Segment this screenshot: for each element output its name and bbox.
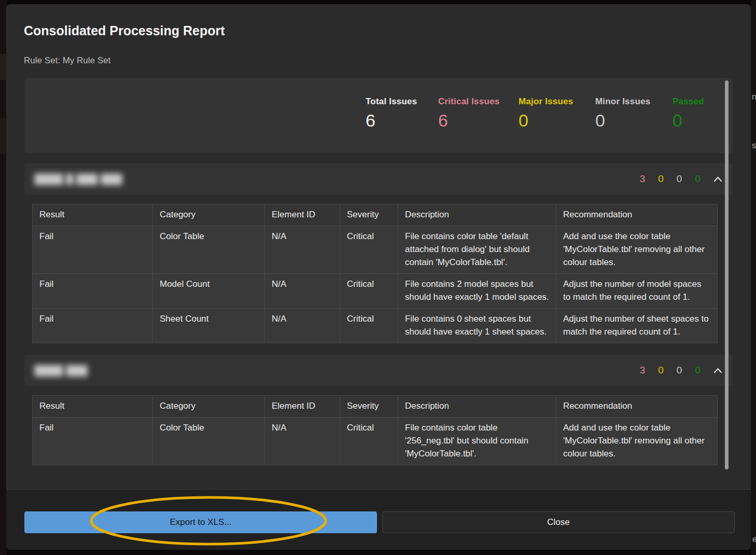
- column-header-description: Description: [398, 396, 556, 418]
- cell-result: Fail: [33, 226, 153, 274]
- export-to-xls-button[interactable]: Export to XLS...: [24, 511, 377, 533]
- table-row: Fail Sheet Count N/A Critical File conta…: [33, 309, 718, 343]
- stat-label: Critical Issues: [438, 96, 499, 107]
- cell-severity: Critical: [340, 418, 398, 465]
- cell-category: Model Count: [153, 274, 265, 309]
- cell-element-id: N/A: [265, 418, 340, 465]
- report-scroll-area[interactable]: Total Issues 6 Critical Issues 6 Major I…: [6, 74, 751, 469]
- cell-description: File contains color table 'default attac…: [398, 226, 556, 274]
- chevron-up-icon[interactable]: [713, 368, 722, 373]
- close-button[interactable]: Close: [382, 511, 735, 533]
- file-name-redacted: ████ ███: [35, 365, 88, 376]
- column-header-category: Category: [153, 204, 265, 226]
- column-header-element-id: Element ID: [265, 396, 340, 418]
- column-header-description: Description: [398, 204, 556, 226]
- section-issue-counts: 3 0 0 0: [640, 173, 722, 185]
- cell-recommendation: Add and use the color table 'MyColorTabl…: [556, 418, 718, 465]
- section-passed-count: 0: [695, 365, 701, 376]
- stat-minor-issues: Minor Issues 0: [595, 96, 650, 131]
- file-section-header[interactable]: ████ █ ███ ███ 3 0 0 0: [24, 163, 733, 195]
- rule-set-label: Rule Set: My Rule Set: [24, 56, 110, 66]
- background-app-right-edge: [751, 0, 756, 555]
- results-table: Result Category Element ID Severity Desc…: [32, 395, 718, 465]
- section-issue-counts: 3 0 0 0: [640, 365, 722, 376]
- section-minor-count: 0: [677, 173, 682, 185]
- background-text-fragment: e: [752, 535, 756, 544]
- cell-category: Color Table: [153, 226, 265, 274]
- cell-element-id: N/A: [265, 226, 340, 274]
- column-header-result: Result: [33, 204, 153, 226]
- stat-label: Minor Issues: [595, 96, 650, 107]
- screen: n s e Consolidated Processing Report Rul…: [0, 0, 756, 555]
- stat-major-issues: Major Issues 0: [519, 96, 573, 131]
- stat-value: 6: [366, 110, 417, 131]
- stat-value: 0: [595, 110, 650, 131]
- vertical-scrollbar-thumb[interactable]: [725, 80, 729, 469]
- cell-category: Sheet Count: [153, 309, 265, 343]
- cell-recommendation: Adjust the number of model spaces to mat…: [556, 274, 718, 309]
- column-header-category: Category: [153, 396, 265, 418]
- column-header-element-id: Element ID: [265, 204, 340, 226]
- section-minor-count: 0: [677, 365, 682, 376]
- section-critical-count: 3: [640, 173, 646, 185]
- cell-element-id: N/A: [265, 274, 340, 309]
- cell-result: Fail: [33, 274, 153, 309]
- cell-recommendation: Add and use the color table 'MyColorTabl…: [556, 226, 718, 274]
- cell-severity: Critical: [340, 274, 398, 309]
- column-header-severity: Severity: [340, 396, 398, 418]
- consolidated-processing-report-dialog: Consolidated Processing Report Rule Set:…: [6, 4, 751, 550]
- stat-label: Total Issues: [366, 96, 417, 107]
- stat-total-issues: Total Issues 6: [366, 96, 417, 131]
- table-row: Fail Color Table N/A Critical File conta…: [33, 418, 718, 465]
- cell-description: File contains color table '256_neg.tbl' …: [398, 418, 556, 465]
- column-header-recommendation: Recommendation: [556, 204, 718, 226]
- stat-passed: Passed 0: [673, 96, 704, 131]
- table-header-row: Result Category Element ID Severity Desc…: [33, 396, 718, 418]
- section-critical-count: 3: [640, 365, 646, 376]
- section-major-count: 0: [658, 173, 664, 185]
- section-major-count: 0: [658, 365, 664, 376]
- cell-severity: Critical: [340, 226, 398, 274]
- column-header-result: Result: [33, 396, 153, 418]
- dialog-footer: Export to XLS... Close: [6, 489, 751, 550]
- stat-value: 0: [519, 110, 573, 131]
- column-header-recommendation: Recommendation: [556, 396, 718, 418]
- table-header-row: Result Category Element ID Severity Desc…: [33, 204, 718, 226]
- chevron-up-icon[interactable]: [713, 176, 722, 182]
- cell-result: Fail: [33, 418, 153, 465]
- section-passed-count: 0: [695, 173, 701, 185]
- stat-label: Major Issues: [519, 96, 573, 107]
- table-row: Fail Model Count N/A Critical File conta…: [33, 274, 718, 309]
- stat-critical-issues: Critical Issues 6: [438, 96, 499, 131]
- file-name-redacted: ████ █ ███ ███: [35, 174, 122, 185]
- column-header-severity: Severity: [340, 204, 398, 226]
- cell-description: File contains 0 sheet spaces but should …: [398, 309, 556, 343]
- cell-category: Color Table: [153, 418, 265, 465]
- cell-severity: Critical: [340, 309, 398, 343]
- dialog-title: Consolidated Processing Report: [24, 23, 225, 38]
- stat-label: Passed: [673, 96, 704, 107]
- file-section-header[interactable]: ████ ███ 3 0 0 0: [24, 355, 733, 386]
- results-table: Result Category Element ID Severity Desc…: [32, 204, 718, 343]
- cell-recommendation: Adjust the number of sheet spaces to mat…: [556, 309, 718, 343]
- stat-value: 0: [673, 110, 704, 131]
- summary-panel: Total Issues 6 Critical Issues 6 Major I…: [24, 78, 733, 153]
- background-text-fragment: s: [752, 141, 756, 150]
- stat-value: 6: [438, 110, 499, 131]
- cell-description: File contains 2 model spaces but should …: [398, 274, 556, 309]
- cell-element-id: N/A: [265, 309, 340, 343]
- cell-result: Fail: [33, 309, 153, 343]
- background-text-fragment: n: [752, 92, 756, 102]
- table-row: Fail Color Table N/A Critical File conta…: [33, 226, 718, 274]
